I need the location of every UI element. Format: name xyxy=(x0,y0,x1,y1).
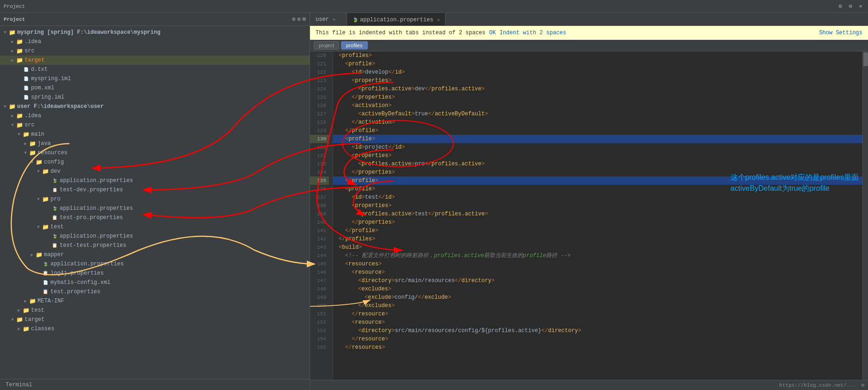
tree-item-myspring-iml[interactable]: ▶ 📄 myspring.iml xyxy=(0,74,310,83)
tree-item-app-props-main[interactable]: ▶ 🍃 application.properties xyxy=(0,259,310,269)
status-bar-right: https://blog.csdn.net/... ⚙ xyxy=(779,382,864,388)
meta-inf-label: META-INF xyxy=(37,298,64,304)
app-props-test-label: application.properties xyxy=(60,233,133,239)
tree-item-app-props-test[interactable]: ▶ 🍃 application.properties xyxy=(0,232,310,241)
tree-item-src1[interactable]: ▶ 📁 src xyxy=(0,46,310,56)
tree-item-java[interactable]: ▶ 📁 java xyxy=(0,139,310,148)
code-content[interactable]: <profiles> <profile> <id>develop</id> <p… xyxy=(333,51,862,380)
ln-147: 147 xyxy=(310,277,329,285)
tab-app-close[interactable]: ✕ xyxy=(437,17,440,23)
tree-item-config[interactable]: ▼ 📁 config xyxy=(0,157,310,167)
code-line-135: </profile> xyxy=(333,176,862,185)
target1-label: target xyxy=(25,57,44,63)
src2-label: src xyxy=(25,122,35,128)
log4j-label: log4j.properties xyxy=(50,270,104,277)
bracket: < xyxy=(339,51,342,60)
scrollbar[interactable] xyxy=(862,51,868,380)
tree-item-target1[interactable]: ▶ 📁 target xyxy=(0,56,310,65)
project-folder-icon: 📁 xyxy=(8,29,16,36)
file-icon-app-pro: 🍃 xyxy=(51,205,58,212)
arrow-src1: ▶ xyxy=(9,48,16,54)
code-line-130: <profile> xyxy=(333,135,862,143)
terminal-tab[interactable]: Terminal xyxy=(0,379,310,390)
folder-icon-mapper: 📁 xyxy=(35,251,43,258)
tree-item-meta-inf[interactable]: ▶ 📁 META-INF xyxy=(0,296,310,306)
notification-indent[interactable]: Indent with 2 spaces xyxy=(500,30,566,36)
arrow-main: ▼ xyxy=(16,132,22,137)
test-dev-props-label: test-dev.properties xyxy=(60,187,123,193)
tree-item-main[interactable]: ▼ 📁 main xyxy=(0,130,310,139)
tree-item-idea1[interactable]: ▶ 📁 .idea xyxy=(0,37,310,46)
test-props-label: test.properties xyxy=(50,289,100,295)
project-tree[interactable]: ▼ 📁 myspring [spring] F:\ideaworkspace\m… xyxy=(0,26,310,379)
code-line-148: <excludes> xyxy=(333,285,862,293)
file-icon-app-test: 🍃 xyxy=(51,233,58,240)
code-line-136: <profile> xyxy=(333,185,862,193)
ln-152: 152 xyxy=(310,318,329,327)
pom-label: pom.xml xyxy=(31,85,54,91)
code-line-150: </excludes> xyxy=(333,302,862,310)
tree-item-test2[interactable]: ▶ 📁 test xyxy=(0,306,310,315)
pro-label: pro xyxy=(50,196,61,202)
tree-item-resources[interactable]: ▼ 📁 resources xyxy=(0,148,310,157)
tree-item-test-dev-props[interactable]: ▶ 📋 test-dev.properties xyxy=(0,185,310,195)
mapper-label: mapper xyxy=(44,252,64,258)
tree-item-spring-iml[interactable]: ▶ 📄 spring.iml xyxy=(0,93,310,102)
close-icon[interactable]: ✕ xyxy=(857,3,864,10)
tree-item-dev[interactable]: ▼ 📁 dev xyxy=(0,167,310,176)
folder-icon-target2: 📁 xyxy=(16,316,23,323)
tree-item-target2[interactable]: ▼ 📁 target xyxy=(0,315,310,324)
tree-item-dtxt[interactable]: ▶ 📄 d.txt xyxy=(0,65,310,74)
scrollbar-thumb[interactable] xyxy=(863,52,868,66)
code-line-143: <build> xyxy=(333,243,862,252)
gear-icon[interactable]: ⚙ xyxy=(847,3,854,10)
tree-item-test-pro-props[interactable]: ▶ 📋 test-pro.properties xyxy=(0,213,310,222)
ln-141: 141 xyxy=(310,226,329,235)
tab-user[interactable]: user ✕ xyxy=(310,13,347,25)
tree-item-pro[interactable]: ▼ 📁 pro xyxy=(0,195,310,204)
tree-item-mybatis[interactable]: ▶ 📄 mybatis-config.xml xyxy=(0,278,310,287)
folder-icon-src2: 📁 xyxy=(16,121,23,129)
tree-item-test-folder[interactable]: ▼ 📁 test xyxy=(0,222,310,232)
folder-icon-classes: 📁 xyxy=(22,325,30,333)
tab-profiles[interactable]: profiles xyxy=(341,41,367,50)
notification-ok[interactable]: OK xyxy=(489,30,496,36)
test-pro-props-label: test-pro.properties xyxy=(60,214,123,221)
settings-icon[interactable]: ⚙ xyxy=(298,16,301,23)
tab-application-properties[interactable]: 🍃 application.properties ✕ xyxy=(347,13,446,25)
tree-item-classes[interactable]: ▶ 📁 classes xyxy=(0,324,310,333)
folder-icon-resources: 📁 xyxy=(29,149,36,157)
settings-icon[interactable]: ⚙ xyxy=(837,3,844,10)
code-line-134: </properties> xyxy=(333,168,862,176)
ln-131: 131 xyxy=(310,143,329,151)
code-line-155: </resources> xyxy=(333,343,862,352)
arrow-idea2: ▶ xyxy=(9,113,16,119)
tree-item-app-props-dev[interactable]: ▶ 🍃 application.properties xyxy=(0,176,310,185)
file-icon-iml1: 📄 xyxy=(22,75,30,82)
tree-item-app-props-pro[interactable]: ▶ 🍃 application.properties xyxy=(0,204,310,213)
terminal-label: Terminal xyxy=(6,382,32,388)
settings-icon-status[interactable]: ⚙ xyxy=(861,382,864,388)
tree-item-pom[interactable]: ▶ 📄 pom.xml xyxy=(0,83,310,93)
ln-126: 126 xyxy=(310,101,329,110)
main-label: main xyxy=(31,131,44,138)
right-panel-wrapper: user ✕ 🍃 application.properties ✕ This f… xyxy=(310,13,868,390)
tree-item-idea2[interactable]: ▶ 📁 .idea xyxy=(0,111,310,120)
code-line-121: <profile> xyxy=(333,60,862,68)
tree-item-mapper[interactable]: ▶ 📁 mapper xyxy=(0,250,310,259)
expand-icon[interactable]: ⊞ xyxy=(303,16,306,23)
notification-settings[interactable]: Show Settings xyxy=(819,30,862,36)
tree-item-log4j[interactable]: ▶ 📋 log4j.properties xyxy=(0,269,310,278)
tab-user-close[interactable]: ✕ xyxy=(333,17,335,22)
tree-item-myspring[interactable]: ▼ 📁 myspring [spring] F:\ideaworkspace\m… xyxy=(0,28,310,37)
tree-item-src2[interactable]: ▼ 📁 src xyxy=(0,120,310,130)
folder-icon-test-folder: 📁 xyxy=(42,223,49,231)
tree-item-test-props[interactable]: ▶ 📋 test.properties xyxy=(0,287,310,296)
gear-icon[interactable]: ⚙ xyxy=(292,16,295,23)
tree-item-test-test-props[interactable]: ▶ 📋 test-test.properties xyxy=(0,241,310,250)
notification-bar: This file is indented with tabs instead … xyxy=(310,26,868,40)
tree-item-user[interactable]: ▼ 📁 user F:\ideaworkspace\user xyxy=(0,102,310,111)
arrow-target1: ▶ xyxy=(9,57,16,63)
tab-project[interactable]: project xyxy=(314,41,339,50)
ln-145: 145 xyxy=(310,260,329,268)
